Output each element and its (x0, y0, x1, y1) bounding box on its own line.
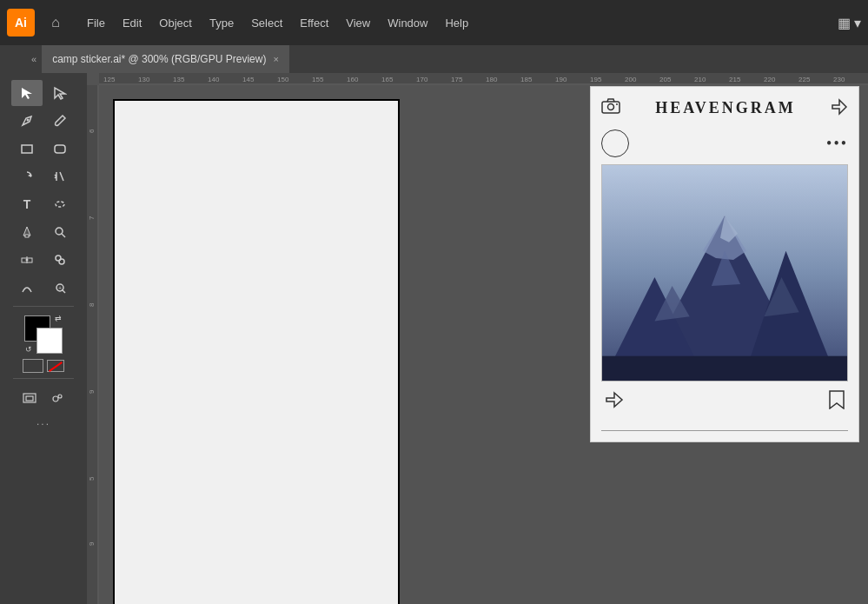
mesh-tool[interactable] (11, 247, 43, 273)
svg-text:9: 9 (88, 389, 96, 394)
swap-colors-icon[interactable]: ⇄ (52, 314, 64, 326)
paint-bucket-tool[interactable] (11, 219, 43, 245)
svg-marker-0 (22, 88, 32, 99)
paint-tools (11, 219, 76, 245)
menu-help[interactable]: Help (438, 13, 475, 33)
bookmark-action-icon[interactable] (829, 390, 845, 413)
card-avatar (601, 129, 629, 157)
menu-bar: Ai ⌂ File Edit Object Type Select Effect… (0, 0, 868, 45)
rotate-tool[interactable] (11, 163, 43, 189)
screen-mode-tools (17, 388, 70, 408)
svg-point-2 (27, 119, 30, 122)
svg-text:190: 190 (555, 76, 567, 83)
free-transform-tool[interactable]: + (44, 275, 76, 301)
svg-text:7: 7 (88, 216, 96, 220)
direct-selection-tool[interactable] (44, 80, 76, 106)
arc-tool[interactable] (11, 275, 43, 301)
camera-icon (601, 97, 620, 119)
canvas-area[interactable]: 125 130 135 140 145 150 155 160 165 170 … (87, 73, 868, 604)
svg-line-16 (62, 289, 65, 293)
home-button[interactable]: ⌂ (42, 9, 70, 37)
symbol-sprayer-tool[interactable] (45, 388, 70, 408)
svg-text:170: 170 (416, 76, 428, 83)
ruler-left: 6 7 8 9 5 9 (87, 85, 99, 604)
card-header: HEAVENGRAM (601, 97, 848, 119)
menu-file[interactable]: File (80, 13, 112, 33)
tab-label: camp sticker.ai* @ 300% (RGB/GPU Preview… (52, 53, 266, 65)
shape-tools (11, 136, 76, 162)
reset-colors-icon[interactable]: ↺ (23, 343, 35, 355)
draw-tools (11, 108, 76, 134)
card-send-icon (831, 98, 848, 119)
svg-text:175: 175 (451, 76, 463, 83)
svg-text:5: 5 (88, 476, 96, 481)
none-icon (47, 360, 64, 372)
tab-scroll-left[interactable]: « (26, 54, 42, 64)
ai-logo: Ai (7, 9, 35, 37)
workspace-chevron-icon: ▾ (854, 15, 861, 31)
svg-text:145: 145 (242, 76, 255, 83)
ellipse-tool[interactable] (44, 191, 76, 217)
svg-text:+: + (58, 285, 62, 291)
tab-close-button[interactable]: × (273, 54, 278, 64)
pen-tool[interactable] (11, 108, 43, 134)
svg-text:130: 130 (138, 76, 150, 83)
type-tool[interactable]: T (11, 191, 43, 217)
reflect-tool[interactable] (44, 163, 76, 189)
svg-text:220: 220 (764, 76, 776, 83)
send-action-icon[interactable] (605, 390, 624, 413)
menu-window[interactable]: Window (381, 13, 434, 33)
svg-text:165: 165 (381, 76, 394, 83)
menu-view[interactable]: View (339, 13, 377, 33)
background-color[interactable] (36, 328, 63, 354)
svg-marker-69 (830, 391, 844, 408)
tool-separator-1 (13, 306, 74, 307)
svg-text:140: 140 (208, 76, 220, 83)
color-swatches[interactable]: ↺ ⇄ (24, 315, 63, 354)
zoom-tool[interactable] (44, 219, 76, 245)
selection-tool[interactable] (11, 80, 43, 106)
tab-camp-sticker[interactable]: camp sticker.ai* @ 300% (RGB/GPU Preview… (42, 45, 289, 73)
svg-text:210: 210 (694, 76, 706, 83)
misc-tools: + (11, 275, 76, 301)
shape-builder-tool[interactable] (44, 247, 76, 273)
svg-text:6: 6 (88, 129, 96, 133)
svg-point-56 (616, 103, 618, 105)
svg-point-21 (58, 395, 62, 398)
svg-rect-19 (26, 396, 33, 401)
mesh-tools (11, 247, 76, 273)
card-options-dots[interactable]: ••• (826, 135, 848, 153)
svg-line-9 (62, 234, 65, 237)
artboard-tool[interactable] (17, 388, 42, 408)
more-tools-button[interactable]: ... (36, 415, 50, 428)
menu-object[interactable]: Object (152, 13, 199, 33)
card-user-row: ••• (601, 129, 848, 157)
svg-text:225: 225 (798, 76, 811, 83)
menu-type[interactable]: Type (202, 13, 241, 33)
rectangle-tool[interactable] (11, 136, 43, 162)
menu-effect[interactable]: Effect (293, 13, 335, 33)
svg-marker-1 (55, 88, 65, 99)
svg-rect-3 (22, 145, 32, 153)
card-divider (601, 430, 848, 431)
svg-text:215: 215 (729, 76, 741, 83)
artboard (113, 99, 400, 604)
artboard-content (115, 101, 398, 604)
menu-edit[interactable]: Edit (116, 13, 149, 33)
svg-rect-7 (25, 235, 29, 237)
svg-text:8: 8 (88, 302, 96, 307)
svg-text:135: 135 (173, 76, 185, 83)
menu-select[interactable]: Select (244, 13, 289, 33)
svg-text:150: 150 (277, 76, 289, 83)
workspace-switcher[interactable]: ▦ ▾ (838, 15, 861, 31)
svg-point-14 (59, 259, 64, 264)
color-section: ↺ ⇄ (23, 315, 64, 373)
brush-tool[interactable] (44, 108, 76, 134)
rounded-rectangle-tool[interactable] (44, 136, 76, 162)
svg-point-8 (56, 228, 63, 235)
svg-point-12 (26, 259, 29, 262)
fill-indicator[interactable] (23, 359, 43, 373)
svg-rect-46 (87, 85, 99, 604)
card-image (601, 164, 848, 382)
transform-tools (11, 163, 76, 189)
